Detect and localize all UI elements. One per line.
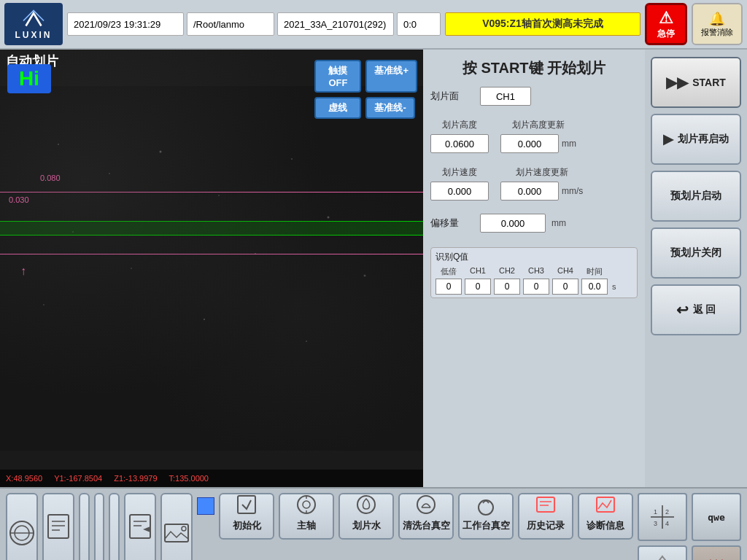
offset-row: 偏移量 mm [430,214,638,233]
offset-unit: mm [551,218,566,228]
cam-label-080: 0.080 [40,174,61,182]
tool-btn-diag[interactable]: 诊断信息 [578,493,633,540]
dashed-line-btn[interactable]: 虚线 [314,97,361,119]
main-area: 自动划片 [0,50,747,487]
slice-height-label: 划片高度 [430,119,489,131]
slice-speed-update-label: 划片速度更新 [500,166,583,179]
baseline-plus-btn[interactable]: 基准线+ [365,60,417,93]
small-indicator [197,497,214,515]
q-val-2: 0 [494,279,520,295]
tool-btn-init[interactable]: 初始化 [219,493,274,540]
bottom-toolbar: 测高 划片参数 操作记录 截屏 [0,487,747,560]
unit-mm: mm [562,139,576,149]
svg-rect-36 [537,497,554,512]
warning-bar: V095:Z1轴首次测高未完成 [445,12,640,36]
svg-point-29 [303,501,310,508]
cam-btn-group: 触摸 OFF 基准线+ 虚线 基准线- [314,60,417,119]
q-header-3: CH3 [523,266,549,277]
svg-text:2: 2 [665,508,669,516]
slice-surface-input[interactable] [480,87,531,106]
datetime-field: 2021/09/23 19:31:29 [67,12,184,36]
baseline-minus-btn[interactable]: 基准线- [365,97,414,119]
tool-btn-empty3[interactable] [109,493,120,560]
height-row: 划片高度 划片高度更新 mm [430,119,638,153]
svg-point-11 [43,304,44,306]
ems-button[interactable]: ⚠ 急停 [645,3,687,45]
coord-field: 0:0 [397,12,441,36]
tool-btn-screenshot[interactable]: 截屏 [160,493,193,560]
pre-stop-button[interactable]: 预划片关闭 [651,228,741,279]
start-title: 按 START键 开始划片 [430,58,638,78]
cam-status-bar: X:48.9560 Y1:-167.8504 Z1:-13.9979 T:135… [0,470,423,487]
q-header-2: CH2 [494,266,520,277]
q-header-5: 时间 [581,266,608,277]
restart-button[interactable]: ▶ 划片再启动 [651,114,741,165]
svg-point-6 [328,217,330,219]
cam-label-030: 0.030 [9,195,29,204]
slice-speed-update-input[interactable] [500,182,559,201]
svg-text:4: 4 [665,520,669,527]
svg-point-7 [72,231,74,233]
alert-dismiss-button[interactable]: 🔔 报警消除 [692,3,743,45]
q-val-4: 0 [552,279,578,295]
slice-speed-label: 划片速度 [430,166,489,179]
svg-rect-21 [130,515,150,538]
touch-btn[interactable]: 触摸 OFF [314,60,361,93]
nav-group: 1 2 3 4 qwe [638,493,741,560]
svg-point-8 [131,268,132,269]
q-val-5: 0.0 [581,279,608,295]
start-button[interactable]: ▶▶ START [651,57,741,108]
status-t: T:135.0000 [169,474,209,483]
svg-point-13 [306,341,307,342]
slice-speed-input[interactable] [430,182,489,201]
jobid-field: 2021_33A_210701(292) [277,12,394,36]
tool-btn-oplog[interactable]: 操作记录 [124,493,156,560]
svg-point-5 [291,158,293,160]
return-button[interactable]: ↩ 返 回 [651,284,741,335]
svg-point-1 [58,144,59,145]
svg-rect-17 [48,515,69,538]
tool-btn-water[interactable]: 划片水 [338,493,394,540]
svg-rect-27 [238,496,255,513]
q-header-4: CH4 [552,266,578,277]
slice-surface-label: 划片面 [430,90,474,103]
tool-btn-empty1[interactable] [79,493,90,560]
q-title: 识别Q值 [436,251,632,263]
q-header-0: 低倍 [436,266,462,277]
tool-btn-empty2[interactable] [94,493,105,560]
svg-marker-24 [143,526,150,532]
svg-point-12 [204,319,205,320]
direct-button[interactable]: Direct [692,545,741,560]
svg-point-2 [109,173,110,174]
unit-mms: mm/s [562,186,583,196]
q-headers: 低倍 CH1 CH2 CH3 CH4 时间 [436,266,632,277]
tool-btn-history[interactable]: 历史记录 [518,493,573,540]
tool-btn-measure[interactable]: 测高 [6,493,38,560]
svg-text:3: 3 [654,520,657,527]
tool-btn-work-vacuum[interactable]: 工作台真空 [458,493,514,540]
pre-start-button[interactable]: 预划片启动 [651,171,741,222]
q-values: 0 0 0 0 0 0.0 s [436,279,632,295]
path-field: /Root/lanmo [187,12,274,36]
tool-btn-spindle[interactable]: 主轴 [279,493,334,540]
grid-button[interactable]: 1 2 3 4 [638,493,687,541]
offset-input[interactable] [480,214,546,233]
hi-label: Hi [7,64,51,93]
slice-surface-row: 划片面 [430,87,638,106]
tool-btn-clean-vacuum[interactable]: 清洗台真空 [398,493,454,540]
tool-btn-params[interactable]: 划片参数 [42,493,74,560]
top-bar: LUXIN 2021/09/23 19:31:29 /Root/lanmo 20… [0,0,747,50]
slice-height-input[interactable] [430,134,489,153]
svg-rect-0 [0,86,423,451]
arrow-nav-button[interactable] [638,545,687,560]
control-panel: 按 START键 开始划片 划片面 划片高度 划片高度更新 mm 划片速度 [423,50,645,487]
bottom-left-group: 初始化 主轴 划片水 清洗台真空 [197,493,633,540]
slice-height-update-input[interactable] [500,134,559,153]
svg-point-33 [417,496,435,513]
slice-height-update-label: 划片高度更新 [500,119,576,131]
qwe-button[interactable]: qwe [692,493,741,541]
svg-point-35 [479,500,493,515]
q-header-1: CH1 [465,266,491,277]
svg-point-26 [182,526,186,531]
svg-point-4 [218,195,220,196]
